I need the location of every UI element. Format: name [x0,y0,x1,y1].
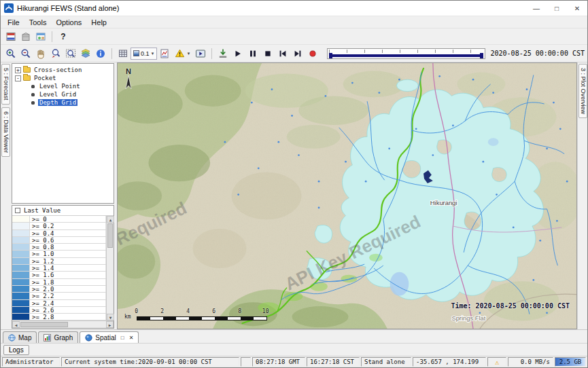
skip-to-start-icon[interactable] [275,47,290,60]
scroll-down-icon[interactable]: ▼ [107,314,114,320]
status-local-time: 16:27:18 CST [307,357,360,367]
zoom-in-icon[interactable] [3,47,18,60]
color-swatch [12,286,30,292]
legend-vertical-scrollbar[interactable]: ▲ ▼ [106,216,114,320]
collapse-icon[interactable]: - [15,75,21,81]
statusbar: Administrator Current system time:2020-0… [1,356,587,367]
scale-tick: 6 [212,308,215,314]
timeline-start-handle[interactable] [329,53,332,58]
scale-tick: 0 [135,308,138,314]
grid-icon[interactable] [116,47,131,60]
legend-list: >= 0 >= 0.2 >= 0.4 >= 0.6 >= 0.8 >= 1.0 … [12,216,106,320]
menubar: File Tools Options Help [1,16,587,28]
map-viewport[interactable]: Hikurangi Springs Flat N API Key Require… [117,62,577,329]
scroll-left-icon[interactable]: ◀ [12,321,20,328]
tab-graph[interactable]: Graph [38,331,78,343]
tree-item-pocket[interactable]: - Pocket [12,74,114,82]
minimize-button[interactable]: — [526,1,547,16]
explorer-icon[interactable] [33,30,48,43]
warning-triangle-icon [175,48,185,58]
contour-interval-dropdown[interactable]: 0.1 ▼ [131,48,157,60]
legend-row: >= 2.6 [12,307,106,314]
timeline-end-handle[interactable] [480,53,483,58]
tab-map[interactable]: Map [3,331,37,343]
logs-row: Logs [1,343,587,356]
status-warning[interactable]: ⚠ [487,357,506,367]
dock-tab-data-viewer[interactable]: 6 : Data Viewer [1,107,10,157]
archive-icon[interactable] [18,30,33,43]
info-icon[interactable] [93,47,108,60]
right-dock-strip: 3 : Plot Overview [577,62,587,329]
north-label: N [124,67,133,75]
menu-tools[interactable]: Tools [24,18,52,27]
color-swatch [12,272,30,278]
status-network-rate: 0.0 MB/s [508,357,553,367]
menu-options[interactable]: Options [51,18,86,27]
map-toolbar: 0.1 ▼ ▼ [1,44,587,62]
scroll-right-icon[interactable]: ▶ [106,321,114,328]
tree-item-level-point[interactable]: Level Point [12,82,114,90]
export-download-icon[interactable] [215,47,230,60]
legend-horizontal-scrollbar[interactable]: ◀ ▶ [12,320,114,328]
scale-tick: 8 [238,308,241,314]
folder-icon [23,75,31,81]
legend-row: >= 0.4 [12,230,106,237]
timeline-slider[interactable] [327,48,485,59]
scroll-thumb[interactable] [20,322,68,327]
timeline-ruler [329,50,483,53]
tree-item-cross-section[interactable]: + Cross-section [12,66,114,74]
color-swatch [12,223,30,229]
node-icon [31,85,35,88]
animation-icon[interactable] [193,47,208,60]
help-icon[interactable]: ? [56,30,71,43]
record-icon[interactable] [305,47,320,60]
color-swatch [12,230,30,236]
tree-item-level-grid[interactable]: Level Grid [12,90,114,98]
status-user: Administrator [2,357,60,367]
legend-panel: Last Value >= 0 >= 0.2 >= 0.4 >= 0.6 >= … [12,205,114,329]
profile-document-icon[interactable] [157,47,172,60]
zoom-out-icon[interactable] [18,47,33,60]
menu-help[interactable]: Help [86,18,111,27]
expand-icon[interactable]: + [15,67,21,73]
zoom-previous-icon[interactable] [48,47,63,60]
scroll-up-icon[interactable]: ▲ [107,216,114,223]
menu-file[interactable]: File [3,18,24,27]
tab-map-label: Map [18,334,31,342]
tree-item-depth-grid[interactable]: Depth Grid [12,98,114,107]
contour-interval-value: 0.1 [141,50,150,57]
toolbar-separator [211,48,212,59]
thresholds-dropdown[interactable]: ▼ [172,48,193,60]
north-arrow: N [124,67,133,93]
dock-tab-forecast[interactable]: 5 : Forecast [1,64,10,105]
skip-to-end-icon[interactable] [290,47,305,60]
status-spacer [241,357,251,367]
layers-icon[interactable] [78,47,93,60]
logs-button[interactable]: Logs [3,345,29,355]
scroll-thumb[interactable] [107,223,113,248]
color-swatch [12,265,30,271]
color-swatch [12,300,30,306]
close-button[interactable]: ✕ [567,1,587,16]
legend-row: >= 1.8 [12,279,106,286]
window-controls: — □ ✕ [526,1,587,16]
display-tabs: Map Graph Spatial □ ✕ [1,329,587,343]
legend-title: Last Value [24,207,60,214]
legend-row: >= 2.0 [12,286,106,293]
play-icon[interactable] [230,47,245,60]
pane-restore-icon[interactable]: □ [121,335,124,341]
zoom-extent-icon[interactable] [63,47,78,60]
database-icon[interactable] [3,30,18,43]
tab-spatial[interactable]: Spatial □ ✕ [80,331,139,343]
maximize-button[interactable]: □ [547,1,567,16]
stop-icon[interactable] [260,47,275,60]
last-value-checkbox[interactable] [15,208,20,213]
pane-close-icon[interactable]: ✕ [129,335,134,341]
pan-hand-icon[interactable] [33,47,48,60]
status-memory[interactable]: 2.5 GB [555,357,586,367]
timeline-bar [329,54,483,57]
left-panel: + Cross-section - Pocket Level Point Lev… [11,62,115,329]
tab-spatial-label: Spatial [95,334,116,342]
pause-icon[interactable] [245,47,260,60]
dock-tab-plot-overview[interactable]: 3 : Plot Overview [578,64,587,118]
